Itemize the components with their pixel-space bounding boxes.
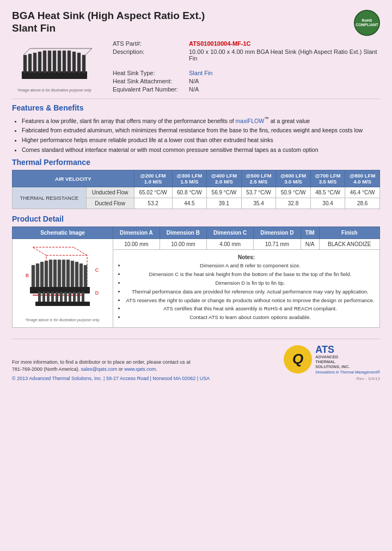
- thermal-title: Thermal Performance: [12, 158, 380, 167]
- feature-item-3: Higher performance helps ensure reliable…: [22, 136, 380, 144]
- product-image-area: *Image above is for illustration purpose…: [12, 40, 96, 94]
- svg-rect-48: [64, 292, 67, 302]
- col-700-header: @700 LFM3.5 M/S: [310, 170, 345, 187]
- svg-rect-32: [79, 264, 83, 287]
- description-row: Description: 10.00 x 10.00 x 4.00 mm BGA…: [113, 48, 380, 62]
- dim-b-header: Dimension B: [160, 227, 206, 239]
- type-row: Heat Sink Type: Slant Fin: [113, 70, 380, 76]
- footer-text: For more information, to find a distribu…: [12, 359, 210, 374]
- col-800-header: @800 LFM4.0 M/S: [345, 170, 380, 187]
- ducted-val-3: 39.1: [207, 198, 242, 209]
- feature-item-1: Features a low profile, slant fin array …: [22, 115, 380, 125]
- svg-rect-29: [66, 260, 70, 287]
- air-velocity-header: AIR VELOCITY: [13, 170, 134, 187]
- unducted-val-4: 53.7 °C/W: [241, 187, 276, 198]
- unducted-label: Unducted Flow: [86, 187, 134, 198]
- svg-rect-21: [32, 265, 35, 287]
- svg-rect-8: [58, 51, 61, 72]
- feature-item-2: Fabricated from extruded aluminum, which…: [22, 126, 380, 134]
- svg-rect-2: [28, 54, 32, 72]
- ducted-val-5: 32.8: [276, 198, 311, 209]
- svg-rect-27: [58, 260, 61, 287]
- note-4: Thermal performance data are provided fo…: [125, 289, 375, 296]
- tim-header: TIM: [301, 227, 319, 239]
- product-image: [14, 43, 95, 87]
- svg-rect-41: [35, 302, 90, 306]
- schematic-header: Schematic Image: [13, 227, 113, 239]
- svg-rect-52: [82, 292, 84, 302]
- page: BGA Heat Sink (High Aspect Ratio Ext.) S…: [0, 0, 392, 551]
- part-details: ATS Part#: ATS010010004-MF-1C Descriptio…: [113, 40, 380, 94]
- svg-rect-1: [23, 55, 27, 72]
- schematic-caption: *Image above is for illustration purpose…: [16, 318, 109, 322]
- dim-d-val: 10.71 mm: [254, 239, 301, 250]
- dim-a-val: 10.00 mm: [113, 239, 160, 250]
- ats-logo: Q ATS ADVANCED THERMAL SOLUTIONS, INC. I…: [284, 345, 380, 374]
- dim-b-val: 10.00 mm: [160, 239, 206, 250]
- tim-val: N/A: [301, 239, 319, 250]
- unducted-val-5: 50.9 °C/W: [276, 187, 311, 198]
- product-detail-table: Schematic Image Dimension A Dimension B …: [12, 226, 380, 328]
- svg-rect-26: [53, 260, 57, 287]
- svg-rect-11: [72, 52, 76, 72]
- rohs-badge: RoHS COMPLIANT: [354, 10, 380, 36]
- svg-rect-12: [77, 53, 81, 72]
- col-600-header: @600 LFM3.0 M/S: [276, 170, 311, 187]
- svg-rect-45: [51, 292, 54, 302]
- ats-logo-block: Q ATS ADVANCED THERMAL SOLUTIONS, INC. I…: [284, 345, 380, 381]
- svg-text:D: D: [95, 290, 99, 296]
- svg-rect-23: [40, 262, 44, 287]
- svg-rect-31: [75, 262, 78, 287]
- notes-list: Dimension A and B refer to component siz…: [118, 262, 375, 321]
- svg-rect-13: [82, 55, 85, 72]
- unducted-val-6: 48.5 °C/W: [310, 187, 345, 198]
- svg-rect-43: [42, 292, 45, 302]
- footer-contact: For more information, to find a distribu…: [12, 359, 210, 381]
- svg-rect-4: [38, 52, 41, 72]
- svg-rect-5: [43, 51, 46, 72]
- ducted-val-7: 28.6: [345, 198, 380, 209]
- svg-rect-47: [60, 292, 63, 302]
- notes-title: Notes:: [118, 254, 375, 260]
- unducted-val-7: 46.4 °C/W: [345, 187, 380, 198]
- dim-c-val: 4.00 mm: [207, 239, 254, 250]
- page-number: Rev - 3/4/13: [284, 376, 380, 381]
- svg-rect-44: [47, 292, 50, 302]
- notes-cell: Notes: Dimension A and B refer to compon…: [113, 250, 380, 328]
- svg-rect-6: [48, 51, 51, 72]
- thermal-resistance-label: THERMAL RESISTANCE: [13, 187, 87, 209]
- dim-d-header: Dimension D: [254, 227, 301, 239]
- ducted-val-1: 53.2: [134, 198, 172, 209]
- svg-text:B: B: [26, 273, 29, 278]
- dimensions-row: A B C D: [13, 239, 380, 250]
- dim-c-header: Dimension C: [207, 227, 254, 239]
- svg-rect-28: [62, 260, 65, 287]
- ducted-label: Ducted Flow: [86, 198, 134, 209]
- title-block: BGA Heat Sink (High Aspect Ratio Ext.) S…: [12, 10, 205, 35]
- ats-logo-text: ATS ADVANCED THERMAL SOLUTIONS, INC. Inn…: [315, 345, 380, 374]
- image-caption: *Image above is for illustration purpose…: [17, 88, 91, 92]
- thermal-table: AIR VELOCITY @200 LFM1.0 M/S @300 LFM1.5…: [12, 170, 380, 209]
- svg-rect-9: [63, 51, 66, 72]
- col-500-header: @500 LFM2.5 M/S: [241, 170, 276, 187]
- features-list: Features a low profile, slant fin array …: [12, 115, 380, 154]
- note-5: ATS reserves the right to update or chan…: [125, 297, 375, 304]
- footer-copyright: © 2013 Advanced Thermal Solutions, Inc. …: [12, 376, 210, 381]
- ducted-val-6: 30.4: [310, 198, 345, 209]
- svg-rect-22: [36, 264, 39, 287]
- svg-rect-3: [33, 53, 36, 72]
- svg-rect-33: [84, 265, 87, 287]
- attachment-row: Heat Sink Attachment: N/A: [113, 78, 380, 84]
- svg-rect-42: [38, 292, 41, 302]
- svg-rect-46: [56, 292, 58, 302]
- col-300-header: @300 LFM1.5 M/S: [172, 170, 207, 187]
- svg-rect-24: [45, 261, 48, 287]
- svg-line-15: [85, 48, 92, 55]
- ats-q-icon: Q: [284, 345, 312, 374]
- svg-rect-10: [68, 51, 71, 72]
- part-number-row: ATS Part#: ATS010010004-MF-1C: [113, 40, 380, 47]
- header-section: BGA Heat Sink (High Aspect Ratio Ext.) S…: [12, 10, 380, 36]
- note-1: Dimension A and B refer to component siz…: [125, 262, 375, 270]
- footer-section: For more information, to find a distribu…: [12, 339, 380, 381]
- ducted-val-4: 35.4: [241, 198, 276, 209]
